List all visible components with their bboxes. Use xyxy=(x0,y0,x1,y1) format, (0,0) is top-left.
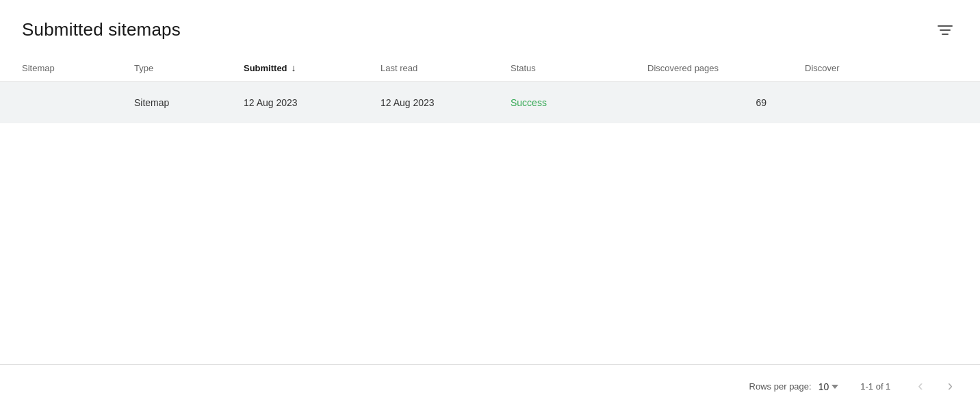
cell-type: Sitemap xyxy=(123,82,233,124)
rows-per-page-label: Rows per page: xyxy=(749,381,812,392)
filter-button[interactable] xyxy=(932,20,958,40)
filter-icon-line2 xyxy=(940,29,951,31)
table-container: Sitemap Type Submitted ↓ Last read xyxy=(0,54,980,364)
cell-status: Success xyxy=(500,82,636,124)
chevron-left-icon xyxy=(918,379,923,394)
header: Submitted sitemaps xyxy=(0,0,980,54)
page-container: Submitted sitemaps Sitemap Type xyxy=(0,0,980,408)
cell-sitemap xyxy=(0,82,123,124)
col-header-status[interactable]: Status xyxy=(500,54,636,82)
col-header-lastread[interactable]: Last read xyxy=(370,54,500,82)
rows-per-page-select[interactable]: 10 xyxy=(818,381,839,392)
cell-discovered: 69 xyxy=(636,82,794,124)
chevron-right-icon xyxy=(948,379,953,394)
col-header-type[interactable]: Type xyxy=(123,54,233,82)
page-title: Submitted sitemaps xyxy=(22,19,181,40)
sitemaps-table: Sitemap Type Submitted ↓ Last read xyxy=(0,54,980,123)
table-row[interactable]: Sitemap12 Aug 202312 Aug 2023Success69 xyxy=(0,82,980,124)
table-header-row: Sitemap Type Submitted ↓ Last read xyxy=(0,54,980,82)
rows-dropdown-arrow-icon xyxy=(831,385,838,389)
rows-per-page-section: Rows per page: 10 xyxy=(749,381,839,392)
filter-icon-line1 xyxy=(938,25,953,27)
cell-submitted: 12 Aug 2023 xyxy=(233,82,370,124)
pagination-info: 1-1 of 1 xyxy=(860,381,890,392)
filter-icon-line3 xyxy=(942,34,949,35)
sort-arrow-icon: ↓ xyxy=(292,62,296,73)
col-header-discover2[interactable]: Discover xyxy=(794,54,980,82)
rows-per-page-value: 10 xyxy=(818,381,829,392)
table-footer: Rows per page: 10 1-1 of 1 xyxy=(0,364,980,408)
pagination-next-button[interactable] xyxy=(942,376,958,397)
cell-lastread: 12 Aug 2023 xyxy=(370,82,500,124)
col-header-submitted[interactable]: Submitted ↓ xyxy=(233,54,370,82)
pagination-prev-button[interactable] xyxy=(912,376,928,397)
cell-discover2 xyxy=(794,82,980,124)
col-header-discovered[interactable]: Discovered pages xyxy=(636,54,794,82)
col-header-sitemap[interactable]: Sitemap xyxy=(0,54,123,82)
